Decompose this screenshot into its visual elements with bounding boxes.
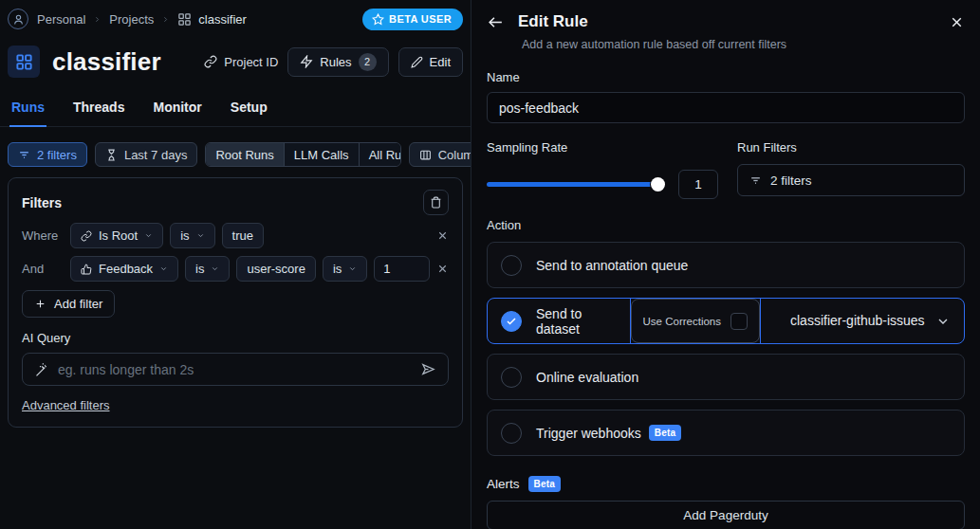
chevron-down-icon — [935, 314, 951, 329]
rules-button[interactable]: Rules 2 — [287, 47, 388, 77]
option-label: Trigger webhooks — [536, 426, 641, 441]
filter-value-input[interactable]: 1 — [374, 256, 430, 282]
ai-query-label: AI Query — [22, 331, 449, 345]
sampling-rate-slider[interactable] — [487, 177, 663, 192]
filter-operator-dropdown[interactable]: is — [170, 223, 214, 248]
segment-all-runs[interactable]: All Runs — [359, 143, 400, 166]
filter-field-dropdown[interactable]: Feedback — [70, 256, 178, 282]
use-corrections-group: Use Corrections — [631, 299, 760, 343]
dataset-dropdown[interactable]: classifier-github-issues — [775, 299, 964, 343]
option-label: Online evaluation — [536, 370, 638, 385]
rules-label: Rules — [320, 55, 351, 69]
filters-count-label: 2 filters — [37, 148, 77, 162]
run-filters-label: Run Filters — [737, 140, 965, 155]
thumbs-up-icon — [81, 264, 92, 275]
lightning-icon — [300, 55, 313, 68]
segment-llm-calls[interactable]: LLM Calls — [284, 143, 359, 166]
remove-filter-button[interactable] — [436, 263, 449, 275]
hourglass-icon — [105, 149, 118, 161]
ai-query-box — [22, 353, 449, 386]
pencil-icon — [411, 56, 423, 68]
name-label: Name — [487, 70, 965, 84]
plus-icon — [34, 298, 46, 310]
add-pagerduty-label: Add Pagerduty — [683, 508, 767, 522]
back-arrow-icon[interactable] — [487, 13, 505, 31]
option-online-evaluation[interactable]: Online evaluation — [487, 354, 965, 400]
tab-runs[interactable]: Runs — [9, 94, 46, 127]
run-filters-value: 2 filters — [770, 173, 812, 188]
action-label: Action — [487, 218, 965, 232]
project-tabs: Runs Threads Monitor Setup — [0, 94, 471, 127]
filter-operator-dropdown[interactable]: is — [185, 256, 230, 282]
runs-toolbar: 2 filters Last 7 days Root Runs LLM Call… — [8, 142, 463, 167]
chevron-down-icon — [348, 264, 357, 273]
filter-value[interactable]: true — [222, 223, 264, 248]
segment-root-runs[interactable]: Root Runs — [206, 143, 283, 166]
filter-operator-label: is — [333, 262, 342, 276]
filter-operator-dropdown[interactable]: is — [323, 256, 367, 282]
breadcrumb-personal[interactable]: Personal — [37, 12, 85, 27]
beta-badge: Beta — [528, 476, 561, 492]
breadcrumb: Personal Projects classifier BETA USER — [8, 8, 463, 30]
link-icon — [204, 55, 217, 68]
run-filters-button[interactable]: 2 filters — [737, 164, 965, 196]
filters-panel: Filters Where Is Root is — [8, 177, 463, 428]
option-label: Send to annotation queue — [536, 258, 688, 273]
breadcrumb-project[interactable]: classifier — [177, 12, 247, 27]
use-corrections-label: Use Corrections — [643, 316, 721, 327]
advanced-filters-link[interactable]: Advanced filters — [22, 398, 110, 412]
tab-threads[interactable]: Threads — [71, 94, 126, 126]
filters-count-button[interactable]: 2 filters — [8, 142, 87, 167]
delete-filters-button[interactable] — [423, 190, 449, 215]
dataset-dropdown-value: classifier-github-issues — [790, 311, 933, 331]
close-icon[interactable] — [949, 14, 965, 30]
option-annotation-queue[interactable]: Send to annotation queue — [487, 242, 965, 288]
page-title: classifier — [52, 47, 161, 77]
filter-field-dropdown[interactable]: Is Root — [70, 223, 163, 248]
project-id-label: Project ID — [224, 55, 278, 69]
slider-knob[interactable] — [651, 177, 665, 192]
conjunction-label: And — [22, 262, 64, 276]
ai-query-input[interactable] — [58, 362, 411, 377]
radio-unchecked-icon[interactable] — [501, 423, 522, 444]
drawer-title: Edit Rule — [518, 12, 588, 31]
beta-user-badge: BETA USER — [362, 9, 463, 30]
user-avatar-icon[interactable] — [8, 9, 28, 29]
page-header: classifier Project ID Rules 2 Edit — [8, 45, 463, 79]
filter-value-label: true — [232, 228, 253, 243]
edit-button[interactable]: Edit — [398, 47, 463, 77]
radio-unchecked-icon[interactable] — [501, 255, 522, 276]
filters-panel-title: Filters — [22, 195, 62, 210]
remove-filter-button[interactable] — [436, 229, 449, 242]
filter-field-label: Is Root — [99, 228, 138, 243]
conjunction-label: Where — [22, 228, 64, 243]
breadcrumb-projects[interactable]: Projects — [109, 12, 154, 27]
project-page: Personal Projects classifier BETA USER c… — [0, 0, 471, 529]
send-icon[interactable] — [420, 361, 436, 377]
trash-icon — [430, 196, 442, 209]
tab-monitor[interactable]: Monitor — [151, 94, 203, 126]
use-corrections-checkbox[interactable] — [730, 313, 748, 330]
add-filter-button[interactable]: Add filter — [22, 290, 115, 318]
edit-label: Edit — [430, 55, 451, 69]
project-id-link[interactable]: Project ID — [204, 55, 278, 69]
date-range-button[interactable]: Last 7 days — [95, 142, 198, 167]
chevron-down-icon — [196, 231, 205, 240]
slider-track — [487, 182, 663, 187]
add-pagerduty-button[interactable]: Add Pagerduty — [487, 501, 965, 529]
chevron-down-icon — [159, 264, 168, 273]
breadcrumb-project-label: classifier — [198, 12, 247, 27]
option-send-to-dataset[interactable]: Send to dataset Use Corrections classifi… — [487, 298, 965, 344]
tab-setup[interactable]: Setup — [229, 94, 269, 126]
chevron-right-icon — [93, 15, 102, 24]
filter-icon — [749, 174, 762, 187]
feedback-key-value[interactable]: user-score — [236, 256, 315, 282]
radio-unchecked-icon[interactable] — [501, 367, 522, 388]
sampling-rate-label: Sampling Rate — [487, 140, 718, 155]
rule-name-input[interactable] — [487, 92, 965, 123]
grid-icon — [177, 12, 192, 27]
project-grid-icon — [8, 46, 40, 78]
radio-checked-icon[interactable] — [501, 311, 522, 332]
option-trigger-webhooks[interactable]: Trigger webhooks Beta — [487, 410, 965, 456]
filter-row-and: And Feedback is user-score is — [22, 256, 449, 282]
